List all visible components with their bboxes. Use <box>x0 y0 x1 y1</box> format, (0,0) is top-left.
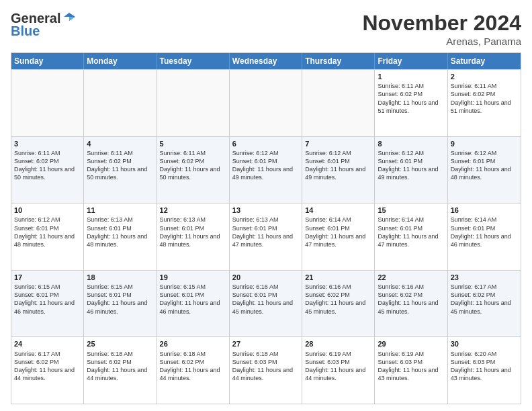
day-number: 5 <box>160 139 226 148</box>
calendar-row: 24Sunrise: 6:17 AM Sunset: 6:02 PM Dayli… <box>11 336 521 404</box>
header-day-thursday: Thursday <box>302 53 375 69</box>
day-info: Sunrise: 6:18 AM Sunset: 6:03 PM Dayligh… <box>232 350 299 383</box>
day-info: Sunrise: 6:11 AM Sunset: 6:02 PM Dayligh… <box>14 149 81 182</box>
day-number: 7 <box>305 139 371 148</box>
day-info: Sunrise: 6:20 AM Sunset: 6:03 PM Dayligh… <box>451 350 518 383</box>
page: General Blue November 2024 Arenas, Panam… <box>0 0 532 411</box>
day-number: 22 <box>378 273 444 282</box>
day-cell-28: 28Sunrise: 6:19 AM Sunset: 6:03 PM Dayli… <box>302 337 375 404</box>
day-info: Sunrise: 6:18 AM Sunset: 6:02 PM Dayligh… <box>160 350 226 383</box>
header: General Blue November 2024 Arenas, Panam… <box>11 11 521 47</box>
day-cell-14: 14Sunrise: 6:14 AM Sunset: 6:01 PM Dayli… <box>302 203 375 270</box>
day-cell-24: 24Sunrise: 6:17 AM Sunset: 6:02 PM Dayli… <box>11 337 84 404</box>
day-number: 11 <box>87 205 153 215</box>
calendar: SundayMondayTuesdayWednesdayThursdayFrid… <box>11 52 521 404</box>
day-info: Sunrise: 6:11 AM Sunset: 6:02 PM Dayligh… <box>378 82 444 115</box>
day-number: 16 <box>451 205 518 215</box>
calendar-row: 17Sunrise: 6:15 AM Sunset: 6:01 PM Dayli… <box>11 270 521 337</box>
day-cell-1: 1Sunrise: 6:11 AM Sunset: 6:02 PM Daylig… <box>375 70 447 136</box>
day-info: Sunrise: 6:12 AM Sunset: 6:01 PM Dayligh… <box>378 149 444 182</box>
day-cell-4: 4Sunrise: 6:11 AM Sunset: 6:02 PM Daylig… <box>84 137 157 203</box>
day-cell-16: 16Sunrise: 6:14 AM Sunset: 6:01 PM Dayli… <box>448 203 521 270</box>
day-cell-3: 3Sunrise: 6:11 AM Sunset: 6:02 PM Daylig… <box>11 137 84 203</box>
day-cell-9: 9Sunrise: 6:12 AM Sunset: 6:01 PM Daylig… <box>448 137 521 203</box>
day-cell-12: 12Sunrise: 6:13 AM Sunset: 6:01 PM Dayli… <box>157 203 230 270</box>
day-number: 2 <box>451 72 518 81</box>
day-number: 4 <box>87 139 153 148</box>
day-number: 24 <box>14 339 81 349</box>
header-day-tuesday: Tuesday <box>157 53 230 69</box>
calendar-header: SundayMondayTuesdayWednesdayThursdayFrid… <box>11 53 521 69</box>
day-info: Sunrise: 6:11 AM Sunset: 6:02 PM Dayligh… <box>451 82 518 115</box>
day-info: Sunrise: 6:17 AM Sunset: 6:02 PM Dayligh… <box>14 350 81 383</box>
day-cell-30: 30Sunrise: 6:20 AM Sunset: 6:03 PM Dayli… <box>448 337 521 404</box>
day-info: Sunrise: 6:13 AM Sunset: 6:01 PM Dayligh… <box>87 216 153 248</box>
day-number: 19 <box>160 273 226 282</box>
header-day-saturday: Saturday <box>448 53 521 69</box>
day-cell-5: 5Sunrise: 6:11 AM Sunset: 6:02 PM Daylig… <box>157 137 230 203</box>
day-cell-22: 22Sunrise: 6:16 AM Sunset: 6:02 PM Dayli… <box>375 271 447 337</box>
day-cell-11: 11Sunrise: 6:13 AM Sunset: 6:01 PM Dayli… <box>84 203 157 270</box>
day-number: 27 <box>232 339 299 349</box>
day-info: Sunrise: 6:11 AM Sunset: 6:02 PM Dayligh… <box>87 149 153 182</box>
day-info: Sunrise: 6:16 AM Sunset: 6:02 PM Dayligh… <box>378 283 444 316</box>
location: Arenas, Panama <box>362 36 521 47</box>
header-day-sunday: Sunday <box>11 53 84 69</box>
day-info: Sunrise: 6:16 AM Sunset: 6:02 PM Dayligh… <box>305 283 371 316</box>
day-cell-26: 26Sunrise: 6:18 AM Sunset: 6:02 PM Dayli… <box>157 337 230 404</box>
calendar-row: 1Sunrise: 6:11 AM Sunset: 6:02 PM Daylig… <box>11 69 521 136</box>
day-info: Sunrise: 6:12 AM Sunset: 6:01 PM Dayligh… <box>451 149 518 182</box>
header-day-wednesday: Wednesday <box>230 53 302 69</box>
day-number: 17 <box>14 273 81 282</box>
day-cell-18: 18Sunrise: 6:15 AM Sunset: 6:01 PM Dayli… <box>84 271 157 337</box>
day-cell-20: 20Sunrise: 6:16 AM Sunset: 6:01 PM Dayli… <box>230 271 302 337</box>
day-number: 21 <box>305 273 371 282</box>
day-info: Sunrise: 6:14 AM Sunset: 6:01 PM Dayligh… <box>378 216 444 248</box>
day-info: Sunrise: 6:19 AM Sunset: 6:03 PM Dayligh… <box>305 350 371 383</box>
empty-cell <box>157 70 230 136</box>
calendar-row: 10Sunrise: 6:12 AM Sunset: 6:01 PM Dayli… <box>11 203 521 270</box>
month-title: November 2024 <box>362 11 521 36</box>
day-number: 10 <box>14 205 81 215</box>
header-day-monday: Monday <box>84 53 157 69</box>
day-info: Sunrise: 6:11 AM Sunset: 6:02 PM Dayligh… <box>160 149 226 182</box>
day-cell-8: 8Sunrise: 6:12 AM Sunset: 6:01 PM Daylig… <box>375 137 447 203</box>
empty-cell <box>11 70 84 136</box>
day-cell-25: 25Sunrise: 6:18 AM Sunset: 6:02 PM Dayli… <box>84 337 157 404</box>
day-number: 9 <box>451 139 518 148</box>
day-number: 6 <box>232 139 299 148</box>
day-number: 1 <box>378 72 444 81</box>
day-number: 13 <box>232 205 299 215</box>
day-cell-15: 15Sunrise: 6:14 AM Sunset: 6:01 PM Dayli… <box>375 203 447 270</box>
day-info: Sunrise: 6:18 AM Sunset: 6:02 PM Dayligh… <box>87 350 153 383</box>
day-cell-2: 2Sunrise: 6:11 AM Sunset: 6:02 PM Daylig… <box>448 70 521 136</box>
day-cell-19: 19Sunrise: 6:15 AM Sunset: 6:01 PM Dayli… <box>157 271 230 337</box>
day-info: Sunrise: 6:13 AM Sunset: 6:01 PM Dayligh… <box>232 216 299 248</box>
day-info: Sunrise: 6:13 AM Sunset: 6:01 PM Dayligh… <box>160 216 226 248</box>
day-info: Sunrise: 6:15 AM Sunset: 6:01 PM Dayligh… <box>160 283 226 316</box>
day-number: 28 <box>305 339 371 349</box>
day-info: Sunrise: 6:17 AM Sunset: 6:02 PM Dayligh… <box>451 283 518 316</box>
day-cell-17: 17Sunrise: 6:15 AM Sunset: 6:01 PM Dayli… <box>11 271 84 337</box>
day-cell-13: 13Sunrise: 6:13 AM Sunset: 6:01 PM Dayli… <box>230 203 302 270</box>
day-info: Sunrise: 6:14 AM Sunset: 6:01 PM Dayligh… <box>451 216 518 248</box>
day-number: 25 <box>87 339 153 349</box>
calendar-body: 1Sunrise: 6:11 AM Sunset: 6:02 PM Daylig… <box>11 69 521 404</box>
empty-cell <box>84 70 157 136</box>
day-cell-6: 6Sunrise: 6:12 AM Sunset: 6:01 PM Daylig… <box>230 137 302 203</box>
day-cell-10: 10Sunrise: 6:12 AM Sunset: 6:01 PM Dayli… <box>11 203 84 270</box>
day-number: 29 <box>378 339 444 349</box>
day-number: 23 <box>451 273 518 282</box>
day-number: 18 <box>87 273 153 282</box>
logo-flag-icon <box>62 11 77 26</box>
day-number: 12 <box>160 205 226 215</box>
day-cell-7: 7Sunrise: 6:12 AM Sunset: 6:01 PM Daylig… <box>302 137 375 203</box>
day-number: 15 <box>378 205 444 215</box>
day-info: Sunrise: 6:14 AM Sunset: 6:01 PM Dayligh… <box>305 216 371 248</box>
header-day-friday: Friday <box>375 53 447 69</box>
day-info: Sunrise: 6:19 AM Sunset: 6:03 PM Dayligh… <box>378 350 444 383</box>
logo-blue-text: Blue <box>11 24 40 38</box>
svg-marker-1 <box>69 17 75 21</box>
day-number: 26 <box>160 339 226 349</box>
empty-cell <box>230 70 302 136</box>
